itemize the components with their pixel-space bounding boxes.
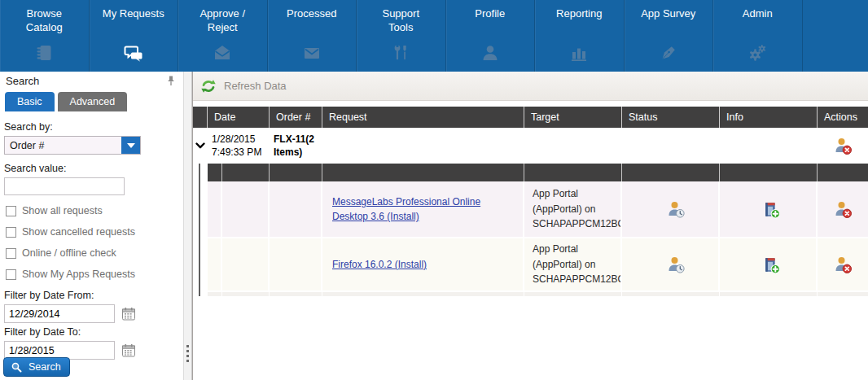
nav-item-my-requests[interactable]: My Requests [90, 0, 179, 72]
group-indent-gutter [193, 164, 208, 296]
nav-item-approve-reject[interactable]: Approve / Reject [178, 0, 268, 72]
search-panel-title: Search [6, 75, 39, 87]
search-button[interactable]: Search [3, 357, 70, 377]
add-program-icon[interactable] [720, 181, 818, 237]
column-header-target[interactable]: Target [524, 107, 622, 128]
search-value-input[interactable] [4, 177, 125, 195]
group-status-cell [622, 128, 720, 164]
grid-header-row: Date Order # Request Target Status Info … [193, 107, 868, 128]
app-survey-icon [659, 41, 678, 63]
dropdown-arrow-icon[interactable] [121, 137, 140, 154]
cancel-request-icon[interactable] [818, 238, 868, 290]
user-pending-icon[interactable] [622, 238, 720, 290]
row-target-cell: App Portal (AppPortal) on SCHAPAPPCM12BO… [524, 238, 622, 290]
checkbox-label: Online / offline check [22, 247, 116, 259]
group-target-cell [524, 128, 622, 164]
nav-item-reporting[interactable]: Reporting [535, 0, 625, 72]
checkbox-show-all-requests[interactable]: Show all requests [6, 205, 178, 216]
nav-item-label: Profile [475, 7, 505, 21]
row-request-cell: Firefox 16.0.2 (Install) [322, 238, 524, 290]
row-expander-cell [208, 181, 222, 237]
tab-basic[interactable]: Basic [5, 92, 55, 111]
chevron-down-icon [195, 142, 205, 150]
approve-reject-icon [213, 41, 232, 63]
search-form: Search by: Order # Search value: Show al… [0, 111, 183, 360]
checkbox-show-cancelled-requests[interactable]: Show cancelled requests [6, 226, 178, 238]
column-header-request[interactable]: Request [322, 107, 524, 128]
checkbox-label: Show cancelled requests [22, 226, 135, 238]
nav-item-label: My Requests [103, 7, 164, 21]
table-row: MessageLabs Professional Online Desktop … [208, 181, 868, 238]
profile-icon [480, 41, 500, 63]
search-by-selected-value: Order # [5, 137, 121, 154]
nav-item-processed[interactable]: Processed [268, 0, 357, 72]
add-program-icon[interactable] [720, 238, 818, 290]
nav-item-label: Support Tools [382, 7, 419, 35]
column-header-order[interactable]: Order # [270, 107, 322, 128]
search-button-label: Search [28, 361, 61, 373]
row-order-cell [270, 238, 322, 290]
requests-panel: Refresh Data Date Order # Request Target… [192, 72, 868, 380]
column-header-actions[interactable]: Actions [818, 107, 868, 128]
browse-catalog-icon [34, 41, 54, 63]
cancel-request-icon[interactable] [818, 128, 868, 164]
tab-advanced[interactable]: Advanced [58, 92, 128, 111]
checkbox-label: Show My Apps Requests [22, 269, 135, 280]
nav-item-label: Processed [287, 7, 336, 21]
table-row: Firefox 16.0.2 (Install) App Portal (App… [208, 238, 868, 292]
group-request-cell [322, 128, 524, 164]
search-by-dropdown[interactable]: Order # [4, 136, 141, 155]
nav-item-browse-catalog[interactable]: Browse Catalog [0, 0, 90, 72]
nav-item-support-tools[interactable]: Support Tools [357, 0, 446, 72]
date-from-input[interactable] [4, 304, 115, 323]
row-expander-cell [208, 238, 222, 290]
calendar-icon[interactable] [121, 306, 136, 321]
refresh-data-button[interactable]: Refresh Data [224, 80, 287, 92]
search-panel: Search Basic Advanced Search by: Order #… [0, 72, 184, 380]
cancel-request-icon[interactable] [818, 181, 868, 237]
order-group-row: 1/28/2015 7:49:33 PM FLX-11(2 Items) [193, 128, 868, 164]
group-items-container: MessageLabs Professional Online Desktop … [193, 164, 868, 296]
checkbox-label: Show all requests [22, 205, 103, 216]
processed-icon [302, 41, 322, 63]
panel-splitter[interactable] [184, 72, 192, 380]
search-panel-header: Search [0, 72, 183, 90]
calendar-icon[interactable] [121, 343, 136, 358]
group-info-cell [720, 128, 818, 164]
column-header-info[interactable]: Info [720, 107, 818, 128]
date-from-label: Filter by Date From: [4, 290, 178, 301]
nav-item-admin[interactable]: Admin [713, 0, 803, 72]
search-value-label: Search value: [4, 163, 178, 174]
nav-item-label: Approve / Reject [199, 7, 245, 35]
collapse-group-button[interactable] [193, 128, 208, 164]
show-all-requests-checkbox[interactable] [6, 206, 16, 216]
request-link[interactable]: Firefox 16.0.2 (Install) [332, 257, 515, 272]
column-header-status[interactable]: Status [622, 107, 720, 128]
show-cancelled-requests-checkbox[interactable] [6, 227, 16, 238]
nav-item-label: Reporting [556, 7, 602, 21]
checkbox-online-offline-check[interactable]: Online / offline check [6, 247, 178, 259]
group-order-number: FLX-11(2 Items) [274, 133, 322, 159]
nav-item-app-survey[interactable]: App Survey [625, 0, 714, 72]
request-link[interactable]: MessageLabs Professional Online Desktop … [332, 194, 515, 224]
subgrid-header-row [208, 164, 868, 181]
online-offline-check-checkbox[interactable] [6, 248, 16, 259]
refresh-icon[interactable] [199, 77, 217, 95]
row-request-cell: MessageLabs Professional Online Desktop … [322, 181, 524, 237]
nav-item-label: Browse Catalog [26, 7, 63, 35]
splitter-grip-icon [186, 345, 189, 362]
reporting-icon [569, 41, 589, 63]
checkbox-show-my-apps-requests[interactable]: Show My Apps Requests [6, 269, 178, 280]
admin-icon [747, 41, 767, 63]
row-date-cell [222, 238, 270, 290]
group-date: 1/28/2015 7:49:33 PM [212, 133, 270, 159]
user-pending-icon[interactable] [622, 181, 720, 237]
show-my-apps-requests-checkbox[interactable] [6, 269, 16, 280]
support-tools-icon [391, 41, 410, 63]
grid-toolbar: Refresh Data [193, 72, 868, 101]
top-navigation: Browse Catalog My Requests Approve / Rej… [0, 0, 868, 72]
date-from-row [4, 304, 178, 323]
pin-icon[interactable] [165, 75, 177, 87]
nav-item-profile[interactable]: Profile [446, 0, 536, 72]
column-header-date[interactable]: Date [208, 107, 270, 128]
